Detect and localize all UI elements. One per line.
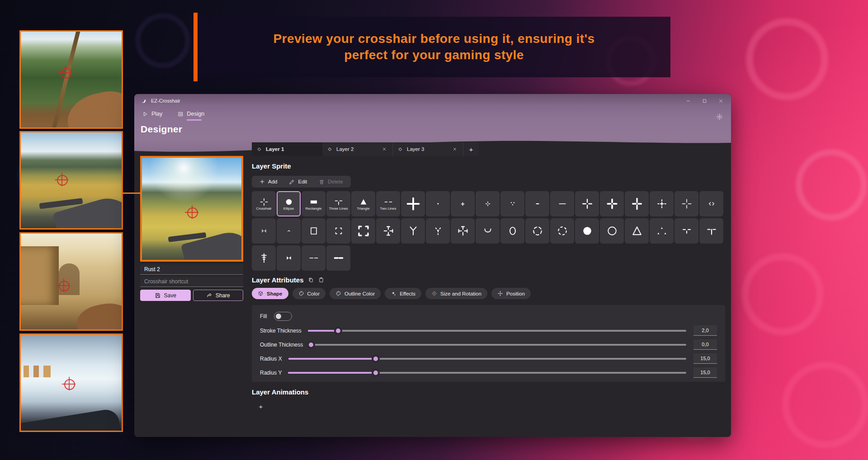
shape-cross-dotted[interactable]: [650, 191, 674, 216]
slider-value[interactable]: 0,0: [693, 339, 717, 350]
shape-y-dotted[interactable]: [426, 218, 450, 244]
shape-cross-gap[interactable]: [575, 191, 599, 216]
attr-tab-effects[interactable]: Effects: [385, 288, 421, 299]
slider-stroke-thickness: Stroke Thickness2,0: [260, 325, 717, 336]
shape-caret[interactable]: [277, 218, 301, 244]
shape-triangle-corners[interactable]: [650, 218, 674, 244]
layer-tab-2[interactable]: Layer 2: [322, 142, 393, 156]
shape-three-lines[interactable]: Three Lines: [326, 191, 350, 216]
crosshair-name-input[interactable]: [140, 264, 243, 275]
slider-track[interactable]: [288, 372, 686, 374]
attr-tab-size-and-rotation[interactable]: Size and Rotation: [425, 288, 487, 299]
shape-corners-large[interactable]: [351, 218, 375, 244]
shape-dashes-thin[interactable]: [302, 245, 326, 271]
attr-tab-outline-color[interactable]: Outline Color: [330, 288, 381, 299]
shape-dot[interactable]: [426, 191, 450, 216]
shape-oval-outline[interactable]: [500, 218, 524, 244]
shape-two-lines[interactable]: Two Lines: [376, 191, 400, 216]
slider-thumb[interactable]: [334, 327, 342, 335]
sprite-shape-grid: CrosshairEllipseRectangleThree LinesTria…: [252, 191, 723, 271]
shape-circle-dashed-2[interactable]: [550, 218, 574, 244]
shape-circle-dashed[interactable]: [525, 218, 549, 244]
slider-thumb[interactable]: [307, 341, 315, 349]
save-button[interactable]: Save: [140, 290, 191, 301]
shape-triangle[interactable]: Triangle: [351, 191, 375, 216]
nav-play[interactable]: Play: [141, 108, 164, 119]
shape-angle-brackets[interactable]: [699, 191, 723, 216]
shape-crosshair[interactable]: Crosshair: [252, 191, 276, 216]
attr-tab-position[interactable]: Position: [491, 288, 531, 299]
shape-cross-gap-tall[interactable]: [625, 191, 649, 216]
shape-corners-small[interactable]: [326, 218, 350, 244]
dash-short-icon: [533, 200, 542, 208]
slider-track[interactable]: [288, 358, 686, 360]
shape-chevrons-in[interactable]: [252, 218, 276, 244]
building-wall: [19, 246, 59, 305]
settings-button[interactable]: [714, 111, 725, 122]
app-title: EZ-Crosshair: [151, 98, 180, 103]
nav-design[interactable]: Design: [176, 108, 206, 119]
copy-icon[interactable]: [308, 277, 314, 283]
shape-square-outline[interactable]: [302, 218, 326, 244]
maximize-button[interactable]: [698, 95, 711, 106]
attr-tab-color[interactable]: Color: [292, 288, 326, 299]
shape-scope-ladder[interactable]: [252, 245, 276, 271]
layer-tab-label: Layer 3: [407, 146, 448, 152]
edit-sprite-button[interactable]: Edit: [283, 176, 313, 188]
banner-text: Preview your crosshair before using it, …: [274, 31, 595, 63]
minimize-button[interactable]: [681, 95, 695, 106]
share-icon: [206, 292, 212, 299]
shape-triangle-outline[interactable]: [625, 218, 649, 244]
circle-dashed-icon: [531, 225, 544, 237]
slider-track[interactable]: [309, 344, 686, 346]
shape-t-line[interactable]: [699, 218, 723, 244]
layer-tabs: Layer 1Layer 2Layer 3+: [252, 142, 479, 156]
shape-cross-tiny[interactable]: [476, 191, 500, 216]
shape-rectangle[interactable]: Rectangle: [302, 191, 326, 216]
shape-triangles-facing[interactable]: [277, 245, 301, 271]
add-sprite-button[interactable]: Add: [254, 176, 283, 188]
slider-thumb[interactable]: [372, 369, 380, 377]
layer-tab-1[interactable]: Layer 1: [252, 142, 322, 156]
shape-ellipse[interactable]: Ellipse: [277, 191, 301, 216]
shape-cross-caps-2[interactable]: [451, 218, 475, 244]
add-animation-button[interactable]: +: [256, 402, 265, 411]
shape-circle-outline[interactable]: [600, 218, 624, 244]
dashes-thin-icon: [308, 252, 320, 264]
close-tab-icon[interactable]: [451, 146, 458, 153]
shape-y-stem[interactable]: [401, 218, 425, 244]
background-crosshair-ring: [746, 18, 828, 100]
layer-tab-3[interactable]: Layer 3: [393, 142, 463, 156]
shape-cross-gap-thin[interactable]: [675, 191, 698, 216]
fill-toggle[interactable]: [274, 312, 292, 321]
circle-outline-icon: [606, 225, 618, 237]
slider-value[interactable]: 15,0: [693, 353, 717, 364]
page-title: Designer: [141, 124, 182, 135]
shape-t-dashes[interactable]: [675, 218, 698, 244]
shape-plus-small[interactable]: [451, 191, 475, 216]
crosshair-shortcut-input[interactable]: [140, 277, 243, 287]
new-layer-tab-button[interactable]: +: [463, 142, 479, 156]
slider-value[interactable]: 2,0: [693, 325, 717, 336]
attr-tab-shape[interactable]: Shape: [252, 288, 288, 299]
shape-dashes-bold[interactable]: [326, 245, 350, 271]
shape-arc-up[interactable]: [476, 218, 500, 244]
paste-icon[interactable]: [318, 277, 324, 283]
background-crosshair-ring: [782, 361, 868, 448]
shape-dash-long[interactable]: [550, 191, 574, 216]
toolbar-label: Add: [268, 179, 277, 184]
share-button[interactable]: Share: [193, 290, 244, 301]
close-button[interactable]: [714, 95, 727, 106]
shape-dash-short[interactable]: [525, 191, 549, 216]
t-line-icon: [706, 225, 717, 237]
shape-plus-bold[interactable]: [401, 191, 425, 216]
shape-circle-filled[interactable]: [575, 218, 599, 244]
shape-cross-caps[interactable]: [376, 218, 400, 244]
shape-cross-gap-bold[interactable]: [600, 191, 624, 216]
shape-dots-three[interactable]: [500, 191, 524, 216]
close-tab-icon[interactable]: [381, 146, 388, 153]
slider-value[interactable]: 15,0: [693, 367, 717, 378]
triangle-outline-icon: [631, 225, 643, 237]
slider-thumb[interactable]: [372, 355, 380, 363]
slider-track[interactable]: [308, 330, 686, 332]
